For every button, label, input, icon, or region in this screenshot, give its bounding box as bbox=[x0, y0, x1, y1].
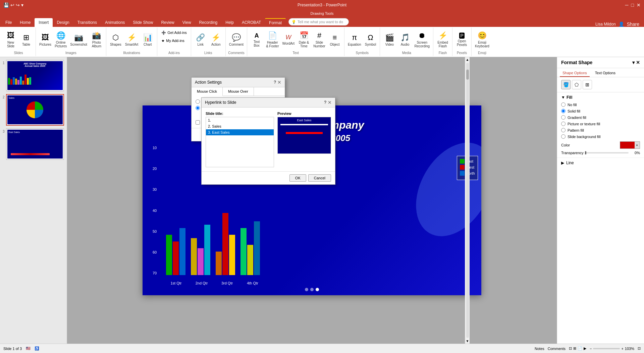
accessibility-icon[interactable]: ♿ bbox=[35, 346, 39, 351]
dot-1[interactable] bbox=[305, 288, 308, 291]
hyperlink-cancel[interactable]: Cancel bbox=[308, 174, 331, 182]
slide-list-item-2[interactable]: 2. Sales bbox=[206, 123, 274, 129]
canvas-area[interactable]: ABC Shoe Company Annual Sales 2005 70 60… bbox=[67, 57, 557, 344]
notes-button[interactable]: Notes bbox=[535, 347, 544, 351]
object-button[interactable]: ≡ Object bbox=[327, 30, 342, 50]
screen-recording-button[interactable]: ⏺ ScreenRecording bbox=[413, 30, 431, 50]
equation-button[interactable]: π Equation bbox=[346, 30, 362, 50]
fill-pattern[interactable]: Pattern fill bbox=[561, 128, 640, 132]
window-controls[interactable]: ─ □ ✕ bbox=[625, 2, 641, 8]
fill-section-header[interactable]: ▼ Fill bbox=[561, 95, 640, 100]
hyperlink-close[interactable]: ✕ bbox=[328, 100, 332, 105]
fill-slide-background[interactable]: Slide background fill bbox=[561, 134, 640, 139]
slide-list-item-3[interactable]: 3. East Sales bbox=[206, 129, 274, 135]
shape-icon-btn[interactable]: ⬠ bbox=[572, 80, 581, 89]
action-settings-controls[interactable]: ? ✕ bbox=[274, 80, 281, 85]
slide-sorter-icon[interactable]: ⊞ bbox=[573, 346, 576, 351]
close-icon[interactable]: ✕ bbox=[637, 2, 641, 8]
normal-view-icon[interactable]: ⊡ bbox=[569, 346, 572, 351]
tab-animations[interactable]: Animations bbox=[101, 18, 129, 27]
radio-solid-fill[interactable] bbox=[561, 109, 566, 113]
tab-slideshow[interactable]: Slide Show bbox=[129, 18, 157, 27]
screenshot-button[interactable]: 📷 Screenshot bbox=[69, 30, 89, 50]
tab-review[interactable]: Review bbox=[157, 18, 178, 27]
slider-handle[interactable] bbox=[585, 151, 586, 155]
tab-view[interactable]: View bbox=[178, 18, 195, 27]
chart-button[interactable]: 📊 Chart bbox=[140, 30, 155, 50]
zoom-slider[interactable] bbox=[593, 348, 620, 349]
smartart-button[interactable]: ⚡ SmartArt bbox=[124, 30, 140, 50]
textbox-button[interactable]: A TextBox bbox=[249, 30, 264, 50]
radio-picture-texture[interactable] bbox=[561, 122, 566, 126]
radio-pattern-fill[interactable] bbox=[561, 128, 566, 132]
hyperlink-help[interactable]: ? bbox=[324, 100, 326, 105]
format-panel-collapse[interactable]: ▾ bbox=[632, 60, 635, 65]
line-section[interactable]: ▶ Line bbox=[557, 158, 644, 168]
comment-button[interactable]: 💬 Comment bbox=[228, 30, 245, 50]
canvas-scrollbar[interactable]: ▲ ▼ bbox=[465, 57, 470, 344]
zoom-in-icon[interactable]: + bbox=[621, 347, 623, 351]
fill-icon-btn[interactable]: 🪣 bbox=[561, 80, 571, 89]
dot-2[interactable] bbox=[310, 288, 314, 291]
action-settings-close[interactable]: ✕ bbox=[277, 80, 281, 85]
scroll-down-arrow[interactable]: ▼ bbox=[465, 339, 470, 344]
transparency-slider[interactable] bbox=[585, 152, 629, 153]
reading-view-icon[interactable]: 📄 bbox=[578, 346, 582, 351]
radio-gradient-fill[interactable] bbox=[561, 115, 566, 120]
slide-panel-item-2[interactable]: 2 Sales bbox=[3, 94, 64, 126]
action-settings-help[interactable]: ? bbox=[274, 80, 276, 85]
scroll-track[interactable] bbox=[466, 63, 469, 338]
action-button[interactable]: ⚡ Action bbox=[209, 30, 223, 50]
maximize-icon[interactable]: □ bbox=[631, 2, 634, 8]
audio-button[interactable]: 🎵 Audio bbox=[397, 30, 412, 50]
embed-flash-button[interactable]: ⚡ EmbedFlash bbox=[435, 30, 450, 50]
slide-panel-item-3[interactable]: 3 East Sales bbox=[3, 128, 64, 160]
format-tab-shape[interactable]: Shape Options bbox=[560, 70, 590, 77]
new-slide-button[interactable]: 🖼 NewSlide bbox=[3, 30, 18, 50]
comments-button[interactable]: Comments bbox=[548, 347, 566, 351]
tab-format[interactable]: Format bbox=[265, 18, 286, 27]
video-button[interactable]: 🎬 Video bbox=[382, 30, 397, 50]
link-button[interactable]: 🔗 Link bbox=[193, 30, 208, 50]
photo-album-button[interactable]: 📸 PhotoAlbum bbox=[89, 30, 104, 50]
radio-slide-bg[interactable] bbox=[561, 134, 566, 139]
tab-home[interactable]: Home bbox=[16, 18, 35, 27]
fill-gradient[interactable]: Gradient fill bbox=[561, 115, 640, 120]
color-swatch[interactable]: ▾ bbox=[620, 141, 640, 149]
minimize-icon[interactable]: ─ bbox=[625, 2, 629, 8]
online-pictures-button[interactable]: 🌐 OnlinePictures bbox=[53, 30, 68, 50]
symbol-button[interactable]: Ω Symbol bbox=[363, 30, 378, 50]
slide-list[interactable]: 1. 2. Sales 3. East Sales bbox=[206, 117, 274, 167]
redo-icon[interactable]: ↪ bbox=[16, 2, 20, 8]
fill-solid[interactable]: Solid fill bbox=[561, 109, 640, 113]
tab-recording[interactable]: Recording bbox=[195, 18, 222, 27]
size-icon-btn[interactable]: ⊞ bbox=[583, 80, 592, 89]
hyperlink-ok[interactable]: OK bbox=[289, 174, 306, 182]
radio-no-fill[interactable] bbox=[561, 102, 566, 107]
my-addins-button[interactable]: ★ My Add-ins bbox=[159, 37, 189, 44]
fit-slide-icon[interactable]: ⊡ bbox=[638, 346, 641, 351]
hyperlink-controls[interactable]: ? ✕ bbox=[324, 100, 332, 105]
scroll-up-arrow[interactable]: ▲ bbox=[465, 57, 470, 62]
color-dropdown-arrow[interactable]: ▾ bbox=[635, 142, 640, 148]
tab-help[interactable]: Help bbox=[221, 18, 238, 27]
undo-icon[interactable]: ↩ bbox=[10, 2, 14, 8]
format-tab-text[interactable]: Text Options bbox=[592, 70, 618, 77]
emoji-keyboard-button[interactable]: 😊 EmojiKeyboard bbox=[474, 30, 491, 50]
slide-thumb-1[interactable]: ABC Shoe CompanyAnnual Sales 2005 bbox=[6, 60, 64, 91]
share-icon[interactable]: 👤 bbox=[619, 21, 624, 27]
slide-list-item-1[interactable]: 1. bbox=[206, 117, 274, 123]
tell-me-bar[interactable]: 💡 Tell me what you want to do bbox=[288, 18, 349, 26]
pictures-button[interactable]: 🖼 Pictures bbox=[38, 30, 53, 50]
zoom-out-icon[interactable]: − bbox=[590, 347, 592, 351]
radio-none[interactable] bbox=[196, 99, 200, 104]
open-pexels-button[interactable]: P OpenPexels bbox=[454, 30, 469, 50]
share-button[interactable]: Share bbox=[627, 21, 639, 27]
tab-transitions[interactable]: Transitions bbox=[73, 18, 101, 27]
header-footer-button[interactable]: 📄 Header& Footer bbox=[265, 30, 280, 50]
tab-design[interactable]: Design bbox=[53, 18, 73, 27]
fill-no-fill[interactable]: No fill bbox=[561, 102, 640, 107]
tab-insert[interactable]: Insert bbox=[35, 18, 53, 27]
save-icon[interactable]: 💾 bbox=[3, 2, 9, 8]
tab-file[interactable]: File bbox=[1, 18, 16, 27]
